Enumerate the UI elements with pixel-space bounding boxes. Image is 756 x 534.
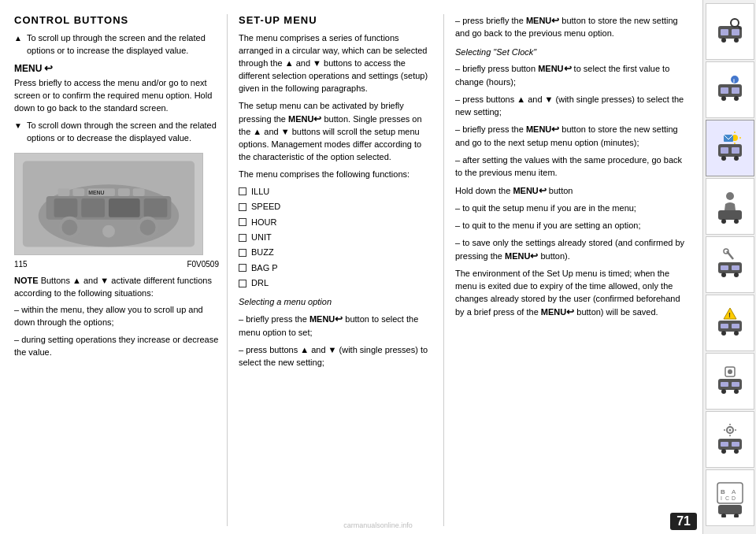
clock-step2: – press buttons ▲ and ▼ (with single pre… bbox=[455, 94, 687, 119]
note-text: NOTE Buttons ▲ and ▼ activate different … bbox=[14, 275, 219, 300]
car-driver-icon bbox=[714, 187, 746, 226]
svg-point-30 bbox=[734, 96, 739, 101]
svg-rect-7 bbox=[144, 198, 168, 217]
svg-point-47 bbox=[734, 219, 739, 224]
svg-point-23 bbox=[734, 38, 739, 43]
svg-rect-27 bbox=[721, 87, 728, 94]
sidebar-item-car-service[interactable] bbox=[706, 353, 754, 410]
checkbox-icon bbox=[239, 280, 246, 287]
svg-point-12 bbox=[102, 224, 115, 237]
note-body: Buttons ▲ and ▼ activate different funct… bbox=[14, 276, 212, 298]
car-tools-icon bbox=[714, 245, 746, 284]
menu-section: MENU ↩ bbox=[14, 62, 219, 74]
note-label: NOTE bbox=[14, 276, 39, 285]
menu-item-buzz: BUZZ bbox=[239, 247, 435, 258]
menu-item-drl-label: DRL bbox=[251, 277, 269, 289]
main-content: CONTROL BUTTONS ▲ To scroll up through t… bbox=[0, 0, 702, 534]
svg-point-29 bbox=[721, 96, 726, 101]
clock-step1: – briefly press button MENU↩ to select t… bbox=[455, 62, 687, 88]
svg-rect-56 bbox=[721, 324, 728, 328]
menu-item-hour: HOUR bbox=[239, 217, 435, 228]
checkbox-icon bbox=[239, 264, 246, 272]
svg-rect-49 bbox=[721, 265, 728, 270]
menu-items-list: ILLU SPEED HOUR UNIT BUZZ BAG P bbox=[239, 186, 435, 290]
select-step1: – briefly press the MENU↩ button to sele… bbox=[239, 313, 435, 339]
down-bullet-item: ▼ To scroll down through the screen and … bbox=[14, 120, 219, 145]
svg-point-51 bbox=[721, 273, 726, 277]
menu-item-unit: UNIT bbox=[239, 232, 435, 243]
svg-rect-5 bbox=[81, 198, 105, 217]
svg-point-31 bbox=[731, 76, 739, 83]
svg-point-66 bbox=[734, 389, 739, 394]
svg-rect-63 bbox=[721, 382, 728, 387]
middle-title: SET-UP MENU bbox=[239, 14, 435, 26]
hold-step3: – to save only the settings already stor… bbox=[455, 237, 687, 263]
svg-text:i: i bbox=[733, 78, 735, 83]
car-warning-icon: ! bbox=[714, 303, 746, 343]
svg-rect-86 bbox=[718, 505, 742, 514]
svg-text:A: A bbox=[732, 488, 736, 495]
select-step2: – press buttons ▲ and ▼ (with single pre… bbox=[239, 344, 435, 369]
sidebar-item-car-info[interactable]: i bbox=[706, 61, 754, 118]
svg-point-59 bbox=[734, 331, 739, 336]
control-image: MENU bbox=[14, 153, 203, 255]
svg-rect-57 bbox=[732, 324, 739, 328]
svg-rect-6 bbox=[109, 198, 140, 217]
svg-point-68 bbox=[728, 369, 732, 374]
menu-item-drl: DRL bbox=[239, 277, 435, 289]
watermark: carmanualsonline.info bbox=[343, 521, 413, 529]
car-alphabet-icon: B A I C D bbox=[714, 478, 746, 517]
image-caption: 115 F0V0509 bbox=[14, 260, 219, 269]
middle-intro: The menu comprises a series of functions… bbox=[239, 32, 435, 95]
left-column: CONTROL BUTTONS ▲ To scroll up through t… bbox=[14, 14, 227, 526]
sidebar-item-car-alphabet[interactable]: B A I C D bbox=[706, 469, 754, 526]
image-inner: MENU bbox=[15, 154, 202, 254]
menu-item-buzz-label: BUZZ bbox=[251, 247, 274, 258]
sidebar-item-car-settings[interactable] bbox=[706, 411, 754, 468]
svg-rect-45 bbox=[718, 210, 742, 220]
menu-item-speed-label: SPEED bbox=[251, 201, 280, 213]
sidebar-item-car-driver[interactable] bbox=[706, 178, 754, 235]
middle-column: SET-UP MENU The menu comprises a series … bbox=[227, 14, 443, 526]
svg-text:D: D bbox=[732, 495, 736, 501]
svg-point-65 bbox=[721, 389, 726, 394]
svg-rect-35 bbox=[732, 147, 739, 154]
svg-rect-50 bbox=[732, 265, 739, 270]
up-bullet-text: To scroll up through the screen and the … bbox=[27, 32, 219, 57]
menu-item-bagp-label: BAG P bbox=[251, 262, 278, 274]
sidebar-item-car-tools[interactable] bbox=[706, 236, 754, 293]
svg-rect-14 bbox=[72, 188, 84, 196]
svg-text:I: I bbox=[721, 495, 722, 501]
svg-rect-28 bbox=[732, 87, 739, 94]
right-step3: – press briefly the MENU↩ button to stor… bbox=[455, 14, 687, 40]
sidebar-item-car-warning[interactable]: ! bbox=[706, 295, 754, 351]
selecting-label: Selecting a menu option bbox=[239, 296, 435, 309]
menu-item-unit-label: UNIT bbox=[251, 232, 272, 243]
svg-point-75 bbox=[728, 429, 731, 432]
car-info-icon: i bbox=[714, 70, 746, 109]
svg-point-52 bbox=[734, 273, 739, 277]
svg-rect-34 bbox=[721, 147, 728, 154]
menu-item-illu-label: ILLU bbox=[251, 186, 269, 198]
note-bullet1: – within the menu, they allow you to scr… bbox=[14, 304, 219, 329]
timed-text: The environment of the Set Up menu is ti… bbox=[455, 268, 687, 319]
down-bullet-text: To scroll down through the screen and th… bbox=[27, 120, 219, 145]
menu-label: MENU bbox=[14, 63, 42, 74]
svg-point-44 bbox=[726, 192, 734, 200]
svg-text:C: C bbox=[725, 495, 729, 501]
sidebar-item-car-search[interactable] bbox=[706, 3, 754, 60]
svg-rect-18 bbox=[133, 188, 145, 196]
clock-step4: – after setting the values with the same… bbox=[455, 154, 687, 180]
svg-point-37 bbox=[734, 156, 739, 161]
checkbox-icon bbox=[239, 203, 246, 211]
menu-item-bagp: BAG P bbox=[239, 262, 435, 274]
svg-point-46 bbox=[721, 219, 726, 224]
menu-item-illu: ILLU bbox=[239, 186, 435, 198]
image-number: 115 bbox=[14, 260, 28, 269]
svg-point-73 bbox=[734, 449, 739, 454]
selecting-clock-label: Selecting "Set Clock" bbox=[455, 46, 687, 59]
sidebar-item-car-message[interactable] bbox=[706, 120, 754, 176]
svg-text:!: ! bbox=[728, 311, 731, 319]
hold-step1: – to quit the setup menu if you are in t… bbox=[455, 202, 687, 215]
svg-rect-70 bbox=[721, 442, 728, 447]
